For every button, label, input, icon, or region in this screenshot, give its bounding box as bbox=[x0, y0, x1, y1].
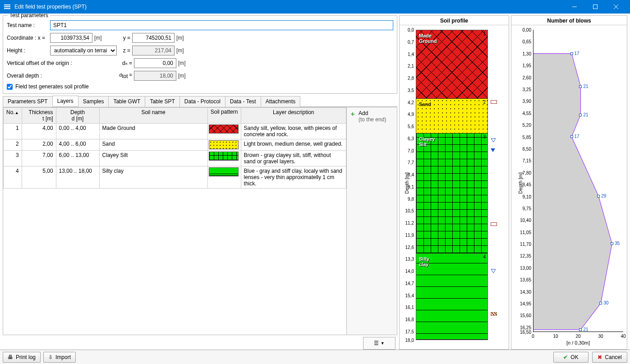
depth-tick: 8,4 bbox=[408, 172, 414, 177]
blow-depth-tick: 8,45 bbox=[523, 182, 531, 187]
overall-depth-label: Overall depth : bbox=[7, 73, 118, 79]
tab-parameters-spt[interactable]: Parameters SPT bbox=[3, 96, 53, 107]
depth-tick: 2,8 bbox=[408, 76, 414, 81]
pattern-swatch bbox=[209, 167, 239, 176]
blow-depth-tick: 10,40 bbox=[520, 218, 531, 223]
tab-samples[interactable]: Samples bbox=[78, 96, 109, 107]
blow-depth-tick: 1,30 bbox=[523, 51, 531, 56]
coord-y-input[interactable] bbox=[132, 33, 175, 43]
coord-y-label: y = bbox=[120, 35, 132, 41]
layers-table[interactable]: No.▲ Thicknesst [m] Depthd [m] Soil name… bbox=[3, 107, 346, 189]
tab-table-gwt[interactable]: Table GWT bbox=[108, 96, 145, 107]
ok-button[interactable]: ✔ OK bbox=[553, 352, 589, 363]
add-row-button[interactable]: ＋ Add(to the end) bbox=[349, 109, 395, 124]
svg-marker-7 bbox=[491, 138, 496, 142]
depth-tick: 0,7 bbox=[408, 39, 414, 44]
pattern-swatch bbox=[209, 152, 239, 161]
profile-marker bbox=[491, 312, 504, 316]
blow-point-label: 21 bbox=[583, 327, 588, 332]
coord-x-label: Coordinate : x = bbox=[7, 35, 50, 41]
blow-depth-tick: 11,70 bbox=[520, 242, 531, 247]
profile-marker bbox=[491, 269, 504, 274]
depth-tick: 7,0 bbox=[408, 148, 414, 153]
dtot-input bbox=[134, 71, 176, 81]
tab-attachments[interactable]: Attachments bbox=[261, 96, 301, 107]
table-row[interactable]: 14,000,00 .. 4,00Made GroundSandy silt, … bbox=[4, 124, 346, 139]
blow-depth-tick: 14,95 bbox=[520, 301, 531, 306]
height-mode-select[interactable]: automatically on terrain bbox=[50, 46, 117, 55]
depth-tick: 18,0 bbox=[405, 338, 414, 343]
chevron-down-icon: ▼ bbox=[381, 341, 385, 346]
blow-x-tick: 10 bbox=[553, 334, 558, 339]
blows-x-axis-label: [n / 0,30m] bbox=[533, 340, 623, 346]
blow-point bbox=[579, 85, 582, 88]
import-label: Import bbox=[55, 354, 71, 360]
blows-plot-area: 1721211729353021 bbox=[533, 30, 623, 332]
blow-depth-tick: 13,65 bbox=[520, 277, 531, 282]
tab-data-protocol[interactable]: Data - Protocol bbox=[179, 96, 225, 107]
check-icon: ✔ bbox=[563, 354, 568, 360]
profile-marker bbox=[491, 138, 504, 143]
blow-point bbox=[579, 328, 582, 331]
unit-m: [m] bbox=[92, 35, 106, 41]
profile-marker bbox=[491, 148, 504, 152]
depth-tick: 3,5 bbox=[408, 88, 414, 92]
maximize-button[interactable] bbox=[585, 0, 606, 14]
soil-column: MadeGround1Sand2ClayeySilt3Siltyclay4 bbox=[416, 30, 488, 340]
blow-depth-tick: 5,85 bbox=[523, 134, 531, 139]
close-button[interactable] bbox=[606, 0, 626, 14]
tab-data-test[interactable]: Data - Test bbox=[225, 96, 261, 107]
col-depth-header: Depthd [m] bbox=[56, 108, 99, 124]
table-row[interactable]: 45,0013,00 .. 18,00Silty clayBlue - gray… bbox=[4, 166, 346, 189]
test-name-input[interactable] bbox=[50, 20, 393, 30]
table-side-actions: ＋ Add(to the end) bbox=[346, 107, 397, 335]
blow-depth-tick: 0,65 bbox=[523, 39, 531, 44]
tab-table-spt[interactable]: Table SPT bbox=[145, 96, 179, 107]
blow-point-label: 35 bbox=[615, 241, 620, 246]
blow-depth-tick: 5,20 bbox=[523, 123, 531, 128]
blow-point-label: 21 bbox=[583, 84, 588, 89]
printer-icon: 🖶 bbox=[8, 354, 13, 360]
depth-tick: 9,8 bbox=[408, 196, 414, 201]
table-row[interactable]: 22,004,00 .. 6,00SandLight brown, medium… bbox=[4, 139, 346, 151]
blow-point-label: 30 bbox=[603, 300, 608, 305]
print-log-button[interactable]: 🖶 Print log bbox=[3, 352, 41, 363]
table-row[interactable]: 37,006,00 .. 13,00Clayey SiltBrown - gra… bbox=[4, 151, 346, 166]
blow-depth-tick: 16,50 bbox=[520, 330, 531, 335]
list-options-button[interactable]: ☰ ▼ bbox=[363, 337, 395, 350]
depth-tick: 5,6 bbox=[408, 124, 414, 129]
import-icon: ⇩ bbox=[48, 354, 53, 360]
svg-marker-8 bbox=[491, 269, 496, 273]
unit-m: [m] bbox=[175, 47, 188, 54]
tab-layers[interactable]: Layers bbox=[52, 96, 78, 106]
blow-depth-tick: 9,10 bbox=[523, 194, 531, 199]
import-button[interactable]: ⇩ Import bbox=[43, 352, 76, 363]
blow-x-tick: 30 bbox=[598, 334, 603, 339]
offset-label: Vertical offset of the origin : bbox=[7, 60, 120, 66]
blow-point-label: 17 bbox=[575, 134, 579, 139]
footer: 🖶 Print log ⇩ Import ✔ OK ✖ Cancel bbox=[0, 350, 630, 364]
depth-tick: 14,0 bbox=[405, 269, 414, 274]
profile-marker bbox=[491, 222, 504, 226]
generate-profile-checkbox[interactable] bbox=[7, 84, 13, 90]
cancel-button[interactable]: ✖ Cancel bbox=[592, 352, 627, 363]
depth-tick: 2,1 bbox=[408, 64, 414, 69]
z-label: z = bbox=[120, 47, 132, 54]
add-sublabel: (to the end) bbox=[359, 116, 386, 123]
layers-table-wrap: No.▲ Thicknesst [m] Depthd [m] Soil name… bbox=[3, 107, 397, 335]
coord-z-input bbox=[132, 46, 175, 55]
depth-tick: 4,2 bbox=[408, 100, 414, 105]
unit-m: [m] bbox=[175, 35, 188, 41]
soil-layer: Siltyclay4 bbox=[416, 253, 487, 340]
blow-point bbox=[599, 302, 602, 304]
test-parameters-group: Test parameters Test name : Coordinate :… bbox=[3, 15, 397, 94]
dh-input[interactable] bbox=[134, 58, 176, 68]
depth-tick: 11,9 bbox=[405, 232, 414, 237]
svg-rect-0 bbox=[4, 5, 10, 5]
list-icon: ☰ bbox=[374, 340, 379, 346]
blow-depth-tick: 9,75 bbox=[523, 206, 531, 211]
coord-x-input[interactable] bbox=[50, 33, 92, 43]
unit-m: [m] bbox=[176, 73, 190, 79]
blows-panel: Number of blows Depth [m] 0,000,651,301,… bbox=[511, 15, 627, 350]
minimize-button[interactable] bbox=[564, 0, 585, 14]
